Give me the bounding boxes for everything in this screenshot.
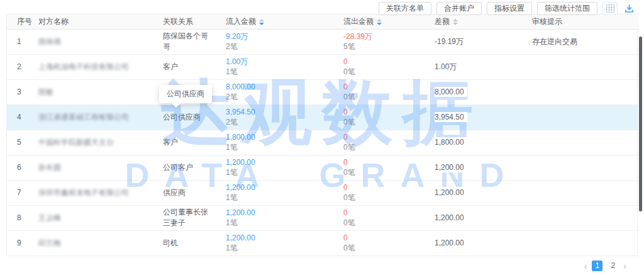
inflow-count: 1笔 — [226, 142, 328, 152]
relation-cell: 客户 — [153, 54, 216, 79]
page-2-button[interactable]: 2 — [608, 261, 618, 271]
audit-hint-cell — [522, 104, 638, 130]
inflow-count: 1笔 — [226, 243, 328, 253]
diff-cell: -19.19万 — [425, 29, 522, 54]
relation-tooltip: 公司供应商 — [159, 85, 212, 103]
table-row[interactable]: 6 孙长园 公司客户 1,200.00 1笔 0 0笔 1,200.00 — [7, 155, 638, 180]
column-header-inflow[interactable]: 流入金额 — [216, 14, 333, 29]
pagination: ‹ 1 2 › — [584, 261, 626, 271]
column-header-relation: 关联关系 — [153, 14, 216, 29]
diff-amount: 8,000.00 — [435, 87, 467, 97]
inflow-amount: 1,200.00 — [226, 157, 328, 167]
table-row[interactable]: 5 中国科学院新疆天文台 客户 1,800.00 1笔 0 0笔 1,800.0… — [7, 130, 638, 155]
relation-cell: 供应商 — [153, 180, 216, 205]
column-header-outflow[interactable]: 流出金额 — [333, 14, 425, 29]
inflow-amount: 1,800.00 — [226, 132, 328, 142]
audit-hint-cell — [522, 180, 638, 205]
diff-cell: 8,000.00 — [425, 79, 522, 104]
merge-account-button[interactable]: 合并账户 — [436, 2, 482, 15]
outflow-amount: 0 — [343, 132, 419, 142]
row-index: 4 — [7, 104, 28, 130]
column-header-index: 序号 — [7, 14, 28, 29]
toolbar: 关联方名单 合并账户 指标设置 筛选统计范围 — [379, 2, 635, 15]
inflow-cell: 1,200.00 1笔 — [216, 230, 333, 255]
outflow-cell: 0 0笔 — [333, 230, 425, 255]
inflow-amount: 3,954.50 — [226, 107, 328, 117]
sort-icon-outflow[interactable] — [377, 19, 382, 25]
outflow-cell: 0 0笔 — [333, 205, 425, 230]
outflow-cell: 0 0笔 — [333, 155, 425, 180]
table-row[interactable]: 1 陈保德 陈保国各个哥哥 9.20万 2笔 -28.39万 5笔 -19.19… — [7, 29, 638, 54]
column-header-counterparty: 对方名称 — [28, 14, 153, 29]
sort-icon-diff[interactable] — [453, 19, 458, 25]
inflow-cell: 1.00万 1笔 — [216, 54, 333, 79]
diff-amount: 1.00万 — [435, 61, 460, 73]
inflow-count: 2笔 — [226, 117, 328, 127]
related-party-analysis-page: 关联方名单 合并账户 指标设置 筛选统计范围 — [0, 0, 644, 275]
download-icon[interactable] — [623, 2, 635, 15]
relation-cell: 客户 — [153, 130, 216, 155]
inflow-count: 2笔 — [226, 42, 328, 52]
outflow-amount: 0 — [343, 233, 419, 243]
row-index: 2 — [7, 54, 28, 79]
relation-cell: 公司董事长张三妻子 — [153, 205, 216, 230]
table-body: 1 陈保德 陈保国各个哥哥 9.20万 2笔 -28.39万 5笔 -19.19… — [7, 29, 638, 255]
inflow-amount: 1.00万 — [226, 57, 328, 67]
sort-icon-inflow[interactable] — [259, 19, 264, 25]
row-index: 6 — [7, 155, 28, 180]
diff-cell: 1.00万 — [425, 54, 522, 79]
table-row[interactable]: 9 邱兰梅 司机 1,200.00 1笔 0 0笔 1,200.00 — [7, 230, 638, 255]
table-row[interactable]: 4 浙江鼎通基础工程有限公司 公司供应商 3,954.50 2笔 0 0笔 3,… — [7, 104, 638, 130]
column-header-diff[interactable]: 差额 — [425, 14, 522, 29]
inflow-amount: 1,200.00 — [226, 208, 328, 218]
row-index: 7 — [7, 180, 28, 205]
related-party-table: 序号 对方名称 关联关系 流入金额 流出金额 差额 审核提示 1 陈保德 陈保国… — [6, 14, 638, 256]
prev-page-icon[interactable]: ‹ — [584, 261, 587, 271]
inflow-amount: 1,200.00 — [226, 182, 328, 193]
related-party-list-button[interactable]: 关联方名单 — [379, 2, 431, 15]
diff-amount: -19.19万 — [435, 36, 467, 48]
table-row[interactable]: 2 上海机油电子科技有限公司 客户 1.00万 1笔 0 0笔 1.00万 — [7, 54, 638, 79]
row-index: 5 — [7, 130, 28, 155]
table-row[interactable]: 3 陈敏 财务经理 8,000.00 2笔 0 0笔 8,000.00 — [7, 79, 638, 104]
diff-amount: 1,200.00 — [435, 188, 467, 198]
inflow-count: 1笔 — [226, 67, 328, 77]
counterparty-name: 王义峰 — [38, 213, 61, 222]
grid-icon[interactable] — [602, 2, 618, 15]
table-row[interactable]: 8 王义峰 公司董事长张三妻子 1,200.00 1笔 0 0笔 1,200.0… — [7, 205, 638, 230]
inflow-amount: 9.20万 — [226, 31, 328, 42]
counterparty-name: 浙江鼎通基础工程有限公司 — [38, 113, 129, 121]
row-index: 8 — [7, 205, 28, 230]
diff-cell: 1,800.00 — [425, 130, 522, 155]
audit-hint-cell — [522, 205, 638, 230]
outflow-amount: 0 — [343, 157, 419, 167]
outflow-amount: 0 — [343, 182, 419, 193]
inflow-amount: 1,200.00 — [226, 233, 328, 243]
next-page-icon[interactable]: › — [623, 261, 626, 271]
page-1-button[interactable]: 1 — [592, 261, 602, 271]
outflow-cell: 0 0笔 — [333, 130, 425, 155]
table-row[interactable]: 7 深圳市鑫裕龙电子有限公司 供应商 1,200.00 1笔 0 0笔 1,20… — [7, 180, 638, 205]
inflow-amount: 8,000.00 — [226, 82, 328, 92]
diff-cell: 1,200.00 — [425, 205, 522, 230]
vertical-scrollbar-thumb[interactable] — [639, 36, 642, 211]
counterparty-name: 深圳市鑫裕龙电子有限公司 — [38, 188, 129, 197]
filter-statistics-range-button[interactable]: 筛选统计范围 — [537, 2, 597, 15]
outflow-cell: -28.39万 5笔 — [333, 29, 425, 54]
audit-hint-cell — [522, 79, 638, 104]
indicator-settings-button[interactable]: 指标设置 — [487, 2, 532, 15]
audit-hint: 存在逆向交易 — [532, 37, 577, 46]
inflow-cell: 9.20万 2笔 — [216, 29, 333, 54]
inflow-cell: 1,200.00 1笔 — [216, 180, 333, 205]
inflow-count: 2笔 — [226, 92, 328, 102]
outflow-amount: 0 — [343, 57, 419, 67]
outflow-cell: 0 0笔 — [333, 54, 425, 79]
audit-hint-cell — [522, 54, 638, 79]
outflow-amount: -28.39万 — [343, 31, 419, 42]
diff-cell: 3,954.50 — [425, 104, 522, 130]
audit-hint-cell — [522, 230, 638, 255]
diff-amount: 1,200.00 — [435, 238, 467, 248]
relation-cell: 陈保国各个哥哥 — [153, 29, 216, 54]
outflow-count: 0笔 — [343, 117, 419, 127]
table-header: 序号 对方名称 关联关系 流入金额 流出金额 差额 审核提示 — [7, 14, 638, 29]
